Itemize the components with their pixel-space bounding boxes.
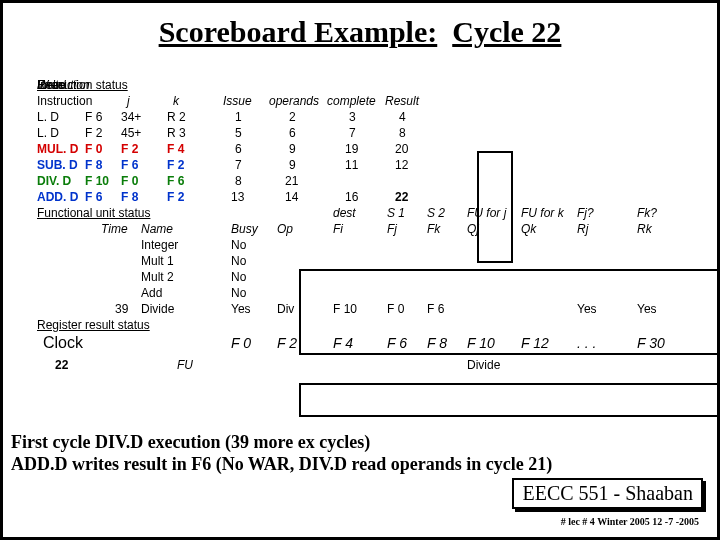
slide-notes: First cycle DIV.D execution (39 more ex … bbox=[11, 431, 552, 475]
title-part-a: Scoreboard Example: bbox=[159, 15, 438, 48]
r2-ex: 19 bbox=[345, 141, 358, 157]
hdr-j: j bbox=[127, 93, 130, 109]
r0-op: L. D bbox=[37, 109, 59, 125]
r1-d: F 2 bbox=[85, 125, 102, 141]
reg-f2: F 2 bbox=[277, 335, 297, 351]
r0-k: R 2 bbox=[167, 109, 186, 125]
r0-j: 34+ bbox=[121, 109, 141, 125]
hdr-rj: Rj bbox=[577, 221, 588, 237]
note-line-2: ADD.D writes result in F6 (No WAR, DIV.D… bbox=[11, 453, 552, 475]
highlight-box-fu bbox=[299, 269, 720, 355]
r0-wr: 4 bbox=[399, 109, 406, 125]
r2-k: F 4 bbox=[167, 141, 184, 157]
hdr-fj: Fj bbox=[387, 221, 397, 237]
hdr-fkq: Fk? bbox=[637, 205, 657, 221]
footer-meta: # lec # 4 Winter 2005 12 -7 -2005 bbox=[561, 516, 699, 527]
hdr-reg-status: Register result status bbox=[37, 317, 150, 333]
fu4-t: 39 bbox=[115, 301, 128, 317]
fu3-b: No bbox=[231, 285, 246, 301]
r3-op: SUB. D bbox=[37, 157, 78, 173]
r4-k: F 6 bbox=[167, 173, 184, 189]
r1-op: L. D bbox=[37, 125, 59, 141]
r5-rd: 14 bbox=[285, 189, 298, 205]
hdr-complete: complete bbox=[327, 93, 376, 109]
hdr-write: Write bbox=[37, 77, 65, 93]
r0-ex: 3 bbox=[349, 109, 356, 125]
fu2-b: No bbox=[231, 269, 246, 285]
r2-rd: 9 bbox=[289, 141, 296, 157]
hdr-busy: Busy bbox=[231, 221, 258, 237]
hdr-fk: Fk bbox=[427, 221, 440, 237]
hdr-result: Result bbox=[385, 93, 419, 109]
highlight-box-cycle22 bbox=[477, 151, 513, 263]
r4-rd: 21 bbox=[285, 173, 298, 189]
footer-course: EECC 551 - Shaaban bbox=[512, 478, 703, 509]
hdr-qk: Qk bbox=[521, 221, 536, 237]
fu4-b: Yes bbox=[231, 301, 251, 317]
r2-op: MUL. D bbox=[37, 141, 78, 157]
r2-j: F 2 bbox=[121, 141, 138, 157]
hdr-dest: dest bbox=[333, 205, 356, 221]
r1-ex: 7 bbox=[349, 125, 356, 141]
r2-is: 6 bbox=[235, 141, 242, 157]
slide-title: Scoreboard Example: Cycle 22 bbox=[3, 3, 717, 49]
hdr-name: Name bbox=[141, 221, 173, 237]
fu1-n: Mult 1 bbox=[141, 253, 174, 269]
r4-op: DIV. D bbox=[37, 173, 71, 189]
r5-k: F 2 bbox=[167, 189, 184, 205]
hdr-fjq: Fj? bbox=[577, 205, 594, 221]
r3-is: 7 bbox=[235, 157, 242, 173]
fu1-b: No bbox=[231, 253, 246, 269]
r2-d: F 0 bbox=[85, 141, 102, 157]
hdr-rk: Rk bbox=[637, 221, 652, 237]
highlight-box-reg bbox=[299, 383, 720, 417]
r5-wr: 22 bbox=[395, 189, 408, 205]
r0-rd: 2 bbox=[289, 109, 296, 125]
fu3-n: Add bbox=[141, 285, 162, 301]
fu4-op: Div bbox=[277, 301, 294, 317]
fu-label: FU bbox=[177, 357, 193, 373]
title-part-b: Cycle 22 bbox=[452, 15, 561, 48]
r5-j: F 8 bbox=[121, 189, 138, 205]
hdr-time: Time bbox=[101, 221, 128, 237]
hdr-operands: operands bbox=[269, 93, 319, 109]
r2-wr: 20 bbox=[395, 141, 408, 157]
fu0-n: Integer bbox=[141, 237, 178, 253]
r5-ex: 16 bbox=[345, 189, 358, 205]
fu2-n: Mult 2 bbox=[141, 269, 174, 285]
r4-d: F 10 bbox=[85, 173, 109, 189]
r1-wr: 8 bbox=[399, 125, 406, 141]
reg-f0: F 0 bbox=[231, 335, 251, 351]
note-line-1: First cycle DIV.D execution (39 more ex … bbox=[11, 431, 552, 453]
clock-label: Clock bbox=[43, 335, 83, 351]
r3-k: F 2 bbox=[167, 157, 184, 173]
fu4-n: Divide bbox=[141, 301, 174, 317]
hdr-issue: Issue bbox=[223, 93, 252, 109]
r3-rd: 9 bbox=[289, 157, 296, 173]
r1-k: R 3 bbox=[167, 125, 186, 141]
r4-is: 8 bbox=[235, 173, 242, 189]
r3-d: F 8 bbox=[85, 157, 102, 173]
hdr-k: k bbox=[173, 93, 179, 109]
r0-d: F 6 bbox=[85, 109, 102, 125]
r5-op: ADD. D bbox=[37, 189, 78, 205]
r1-j: 45+ bbox=[121, 125, 141, 141]
r3-j: F 6 bbox=[121, 157, 138, 173]
r5-d: F 6 bbox=[85, 189, 102, 205]
hdr-fuk: FU for k bbox=[521, 205, 564, 221]
hdr-fi: Fi bbox=[333, 221, 343, 237]
clock-val: 22 bbox=[55, 357, 68, 373]
r1-is: 5 bbox=[235, 125, 242, 141]
hdr-s2: S 2 bbox=[427, 205, 445, 221]
r4-j: F 0 bbox=[121, 173, 138, 189]
hdr-s1: S 1 bbox=[387, 205, 405, 221]
fu0-b: No bbox=[231, 237, 246, 253]
hdr-op: Op bbox=[277, 221, 293, 237]
hdr-instr: Instruction bbox=[37, 93, 92, 109]
r5-is: 13 bbox=[231, 189, 244, 205]
reg-fu-f10: Divide bbox=[467, 357, 500, 373]
r3-ex: 11 bbox=[345, 157, 358, 173]
r1-rd: 6 bbox=[289, 125, 296, 141]
hdr-fu-status: Functional unit status bbox=[37, 205, 150, 221]
r3-wr: 12 bbox=[395, 157, 408, 173]
